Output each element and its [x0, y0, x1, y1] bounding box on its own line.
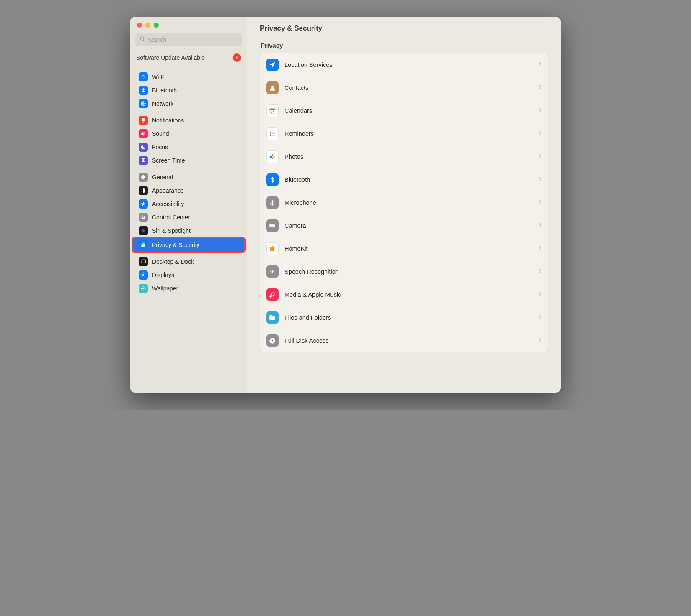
window-controls	[130, 17, 247, 32]
privacy-row-label: Speech Recognition	[285, 268, 533, 275]
privacy-row-camera[interactable]: Camera	[260, 214, 548, 237]
sidebar: Software Update Available 1 Wi-FiBluetoo…	[130, 17, 247, 393]
moon-icon	[139, 143, 148, 152]
home-icon	[266, 242, 279, 255]
sidebar-item-label: Desktop & Dock	[152, 258, 194, 265]
privacy-row-files-and-folders[interactable]: Files and Folders	[260, 306, 548, 329]
privacy-row-homekit[interactable]: HomeKit	[260, 237, 548, 260]
sidebar-item-control-center[interactable]: Control Center	[133, 211, 244, 224]
sidebar-item-label: Control Center	[152, 214, 190, 221]
sidebar-item-sound[interactable]: Sound	[133, 127, 244, 140]
sidebar-item-siri-spotlight[interactable]: Siri & Spotlight	[133, 224, 244, 237]
music-icon	[266, 288, 279, 301]
privacy-row-bluetooth[interactable]: Bluetooth	[260, 168, 548, 191]
disk-icon	[266, 334, 279, 347]
privacy-row-calendars[interactable]: 17Calendars	[260, 99, 548, 122]
svg-point-2	[143, 202, 144, 203]
sidebar-item-screen-time[interactable]: Screen Time	[133, 154, 244, 167]
calendar-icon: 17	[266, 104, 279, 117]
sidebar-item-general[interactable]: General	[133, 171, 244, 184]
page-title: Privacy & Security	[260, 24, 548, 33]
chevron-right-icon	[539, 61, 542, 68]
minimize-window-button[interactable]	[145, 23, 150, 28]
privacy-row-label: Microphone	[285, 199, 533, 206]
svg-point-12	[141, 288, 142, 289]
privacy-row-reminders[interactable]: Reminders	[260, 122, 548, 145]
sidebar-item-wallpaper[interactable]: Wallpaper	[133, 282, 244, 295]
chevron-right-icon	[539, 176, 542, 183]
speaker-icon	[139, 129, 148, 138]
chevron-right-icon	[539, 153, 542, 160]
sidebar-item-label: Notifications	[152, 117, 184, 124]
sidebar-item-label: General	[152, 174, 173, 181]
svg-point-32	[272, 340, 274, 342]
sidebar-item-label: Accessibility	[152, 201, 184, 207]
sidebar-item-notifications[interactable]: Notifications	[133, 114, 244, 127]
privacy-row-label: Bluetooth	[285, 176, 533, 183]
software-update-row[interactable]: Software Update Available 1	[130, 50, 247, 67]
chevron-right-icon	[539, 84, 542, 91]
chevron-right-icon	[539, 199, 542, 206]
sidebar-item-label: Wi-Fi	[152, 74, 166, 80]
svg-point-6	[141, 229, 146, 233]
search-field-container[interactable]	[135, 33, 242, 46]
hourglass-icon	[139, 156, 148, 165]
privacy-row-contacts[interactable]: Contacts	[260, 76, 548, 99]
privacy-row-full-disk-access[interactable]: Full Disk Access	[260, 329, 548, 352]
sidebar-item-wi-fi[interactable]: Wi-Fi	[133, 70, 244, 84]
svg-point-26	[273, 156, 275, 158]
svg-text:17: 17	[271, 110, 274, 113]
sliders-icon	[139, 213, 148, 222]
privacy-row-photos[interactable]: Photos	[260, 145, 548, 168]
privacy-row-speech-recognition[interactable]: Speech Recognition	[260, 260, 548, 283]
privacy-row-label: Camera	[285, 222, 533, 229]
chevron-right-icon	[539, 245, 542, 252]
chevron-right-icon	[539, 268, 542, 275]
sidebar-item-label: Privacy & Security	[152, 242, 200, 248]
sidebar-item-privacy-security[interactable]: Privacy & Security	[133, 238, 244, 252]
maximize-window-button[interactable]	[154, 23, 159, 28]
sidebar-item-label: Network	[152, 100, 173, 107]
sidebar-item-focus[interactable]: Focus	[133, 140, 244, 154]
contacts-icon	[266, 81, 279, 94]
sidebar-item-appearance[interactable]: Appearance	[133, 184, 244, 197]
privacy-row-label: Media & Apple Music	[285, 291, 533, 298]
svg-rect-29	[272, 200, 274, 204]
sidebar-item-accessibility[interactable]: Accessibility	[133, 197, 244, 211]
sidebar-item-desktop-dock[interactable]: Desktop & Dock	[133, 255, 244, 268]
dock-icon	[139, 257, 148, 266]
main-panel: Privacy & Security Privacy Location Serv…	[247, 17, 561, 393]
appearance-icon	[139, 186, 148, 195]
privacy-list: Location ServicesContacts17CalendarsRemi…	[260, 53, 548, 352]
svg-point-3	[142, 216, 143, 216]
camera-icon	[266, 219, 279, 232]
privacy-row-label: Calendars	[285, 107, 533, 114]
folder-icon	[266, 311, 279, 324]
wifi-icon	[139, 72, 148, 81]
sidebar-scroll[interactable]: Software Update Available 1 Wi-FiBluetoo…	[130, 50, 247, 393]
search-icon	[140, 36, 145, 43]
svg-point-18	[271, 86, 274, 88]
privacy-row-label: Photos	[285, 153, 533, 160]
privacy-row-location-services[interactable]: Location Services	[260, 53, 548, 76]
main-content[interactable]: Privacy Location ServicesContacts17Calen…	[247, 38, 561, 393]
sidebar-item-label: Siri & Spotlight	[152, 227, 191, 234]
close-window-button[interactable]	[137, 23, 142, 28]
privacy-row-microphone[interactable]: Microphone	[260, 191, 548, 214]
search-input[interactable]	[148, 36, 238, 43]
sidebar-item-bluetooth[interactable]: Bluetooth	[133, 84, 244, 97]
mic-icon	[266, 196, 279, 209]
privacy-row-label: Reminders	[285, 130, 533, 137]
sidebar-item-label: Appearance	[152, 187, 184, 194]
bluetooth-icon	[266, 173, 279, 186]
section-title-privacy: Privacy	[261, 42, 548, 49]
sidebar-item-displays[interactable]: Displays	[133, 268, 244, 282]
sidebar-item-label: Focus	[152, 144, 168, 150]
sidebar-item-network[interactable]: Network	[133, 97, 244, 110]
globe-icon	[139, 99, 148, 108]
sidebar-group: NotificationsSoundFocusScreen Time	[130, 114, 247, 167]
privacy-row-media-apple-music[interactable]: Media & Apple Music	[260, 283, 548, 306]
privacy-row-label: Files and Folders	[285, 314, 533, 321]
svg-point-25	[272, 154, 274, 156]
svg-point-4	[144, 217, 145, 218]
